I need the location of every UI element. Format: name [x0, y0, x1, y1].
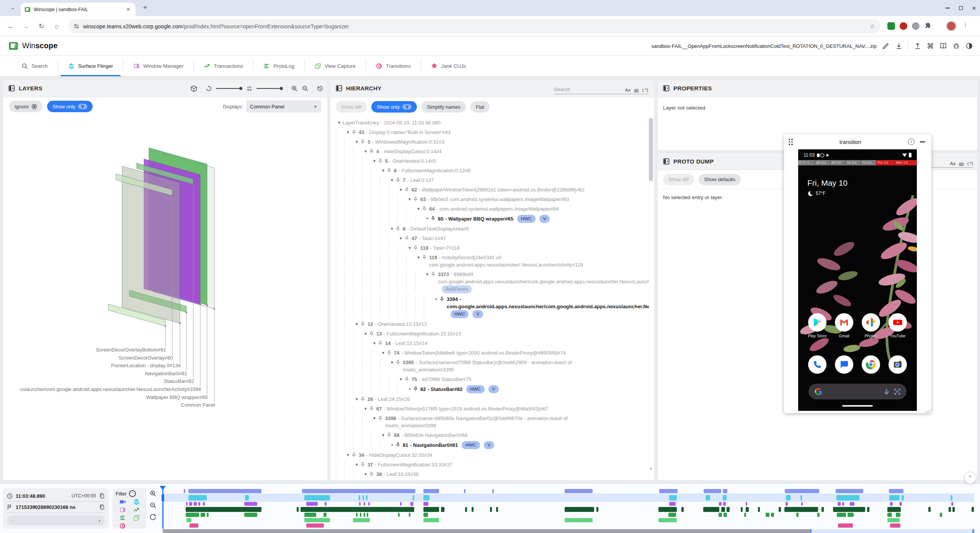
trace-segment-transactions[interactable] — [721, 507, 725, 512]
tree-row[interactable]: ▼132 - WindowToken{422a1ee type=2015 and… — [330, 479, 649, 479]
trace-segment-protolog[interactable] — [848, 513, 854, 517]
trace-segment-window-manager[interactable] — [723, 502, 726, 506]
trace-segment-surface-flinger[interactable] — [723, 495, 727, 500]
chevron-down-icon[interactable]: ▼ — [362, 471, 369, 478]
trace-segment-transitions[interactable] — [189, 523, 198, 528]
trace-segment-view-capture[interactable] — [565, 518, 593, 522]
collapse-panel-icon[interactable] — [8, 85, 15, 92]
trace-segment-surface-flinger[interactable] — [423, 495, 430, 500]
trace-segment-view-capture[interactable] — [353, 518, 370, 522]
timeline-cursor-head[interactable] — [160, 486, 166, 490]
bug-report-icon[interactable] — [952, 42, 960, 50]
chevron-down-icon[interactable]: ▼ — [353, 461, 360, 468]
chevron-down-icon[interactable]: ▼ — [397, 186, 404, 193]
tree-row[interactable]: ▼5 - OneHanded:0:14#5 — [330, 156, 649, 166]
trace-segment-transitions[interactable] — [838, 523, 853, 528]
chevron-down-icon[interactable]: ▼ — [380, 349, 387, 356]
chart-filter-icon[interactable] — [133, 507, 140, 513]
browser-menu-icon[interactable]: ⋮ — [962, 21, 969, 28]
trace-segment-screen-recording[interactable] — [723, 489, 727, 493]
trace-segment-window-manager[interactable] — [842, 502, 844, 506]
trace-segment-transactions[interactable] — [867, 507, 869, 512]
tree-row[interactable]: ▼4 - HideDisplayCutout:0:14#4 — [330, 147, 649, 156]
trace-segment-transactions[interactable] — [784, 507, 818, 512]
tree-row[interactable]: ▼63 - 8fb0ec5 com.android.systemui.wallp… — [330, 195, 649, 204]
trace-segment-window-manager[interactable] — [400, 502, 402, 506]
chevron-down-icon[interactable]: ▼ — [353, 320, 360, 328]
trace-segment-protolog[interactable] — [817, 513, 820, 517]
chevron-down-icon[interactable]: ▼ — [415, 254, 422, 261]
tab-jank-cujs[interactable]: Jank CUJs — [421, 56, 476, 76]
chevron-down-icon[interactable]: ▼ — [380, 432, 387, 439]
show-only-chip[interactable]: Show only V — [47, 101, 93, 112]
next-entry-button[interactable]: › — [98, 517, 100, 523]
trace-segment-transactions[interactable] — [727, 507, 730, 512]
dark-mode-icon[interactable] — [965, 42, 973, 50]
reset-view-icon[interactable] — [317, 85, 323, 92]
trace-segment-transactions[interactable] — [472, 507, 474, 512]
chevron-down-icon[interactable]: ▼ — [345, 451, 351, 459]
upload-icon[interactable] — [914, 42, 921, 50]
back-icon[interactable]: ← — [5, 21, 16, 32]
tree-row[interactable]: ▼3395 - Surface(name=ed70f88 StatusBar)/… — [330, 358, 649, 374]
trace-segment-protolog[interactable] — [201, 513, 205, 517]
tab-close-icon[interactable]: ✕ — [125, 6, 132, 13]
timeline-zoom-in-icon[interactable] — [149, 490, 157, 497]
trace-segment-window-manager[interactable] — [669, 502, 676, 506]
trace-segment-protolog[interactable] — [207, 513, 209, 517]
rotation-slider[interactable] — [216, 87, 242, 90]
window-filter-icon[interactable] — [119, 507, 126, 513]
trace-segment-transactions[interactable] — [658, 507, 677, 512]
trace-segment-window-manager[interactable] — [786, 502, 788, 506]
tree-row[interactable]: ▼7 - Leaf:0:1#7 — [330, 175, 649, 185]
trace-segment-transactions[interactable] — [441, 507, 444, 512]
tree-row[interactable]: ▼3396 - Surface(name=885b63e NavigationB… — [330, 414, 649, 430]
tree-row[interactable]: ▼47 - Task=1#47 — [330, 234, 649, 243]
3d-view-icon[interactable] — [190, 85, 198, 92]
timeline-range-scrollbar[interactable] — [163, 529, 974, 533]
trace-segment-surface-flinger[interactable] — [800, 495, 802, 500]
trace-segment-protolog[interactable] — [724, 513, 727, 517]
chevron-down-icon[interactable]: ▼ — [397, 235, 404, 242]
trace-segment-transactions[interactable] — [297, 507, 299, 512]
show-diff-chip[interactable]: Show diff — [336, 101, 367, 113]
scrollbar-down-arrow[interactable]: ▼ — [649, 467, 653, 471]
tree-row[interactable]: 81 - NavigationBar0#81HWCV — [330, 440, 649, 450]
trace-segment-surface-flinger[interactable] — [706, 495, 710, 500]
shortcuts-icon[interactable]: ⌘ — [927, 42, 934, 51]
trace-segment-surface-flinger[interactable] — [359, 495, 360, 500]
trace-segment-surface-flinger[interactable] — [836, 495, 859, 500]
drag-handle-icon[interactable] — [789, 139, 793, 145]
tree-row[interactable]: ▼62 - WallpaperWindowToken{28892d1 token… — [330, 185, 649, 195]
tab-transactions[interactable]: Transactions — [194, 56, 253, 76]
trace-segment-protolog[interactable] — [364, 513, 365, 517]
trace-segment-protolog[interactable] — [771, 513, 774, 517]
edit-icon[interactable] — [882, 42, 890, 50]
info-icon[interactable]: i — [908, 139, 915, 145]
chevron-down-icon[interactable]: ▼ — [362, 405, 369, 412]
zoom-out-icon[interactable] — [302, 85, 309, 92]
trace-segment-transactions[interactable] — [928, 507, 931, 512]
hierarchy-scrollbar[interactable]: ▼ — [649, 118, 653, 478]
extension-icon-red[interactable] — [900, 22, 907, 30]
trace-segment-view-capture[interactable] — [887, 518, 900, 522]
trace-segment-screen-recording[interactable] — [188, 489, 261, 493]
timeline-tracks[interactable] — [163, 486, 974, 529]
timeline-reset-zoom-icon[interactable] — [149, 513, 157, 521]
tree-row[interactable]: ▼6 - FullscreenMagnification:0:12#6 — [330, 166, 649, 175]
tree-row[interactable]: ▼75 - ed70f88 StatusBar#75 — [330, 374, 649, 384]
trace-segment-protolog[interactable] — [244, 513, 257, 517]
trace-segment-protolog[interactable] — [837, 513, 846, 517]
trace-segment-window-manager[interactable] — [368, 502, 370, 506]
trace-segment-protolog[interactable] — [796, 513, 799, 517]
trace-segment-screen-recording[interactable] — [704, 489, 721, 493]
displays-select[interactable]: Common Panel▼ — [246, 100, 321, 113]
chevron-down-icon[interactable]: ▼ — [389, 359, 395, 366]
chevron-down-icon[interactable]: ▼ — [345, 129, 351, 136]
chevron-down-icon[interactable]: ▼ — [406, 196, 413, 203]
trace-segment-surface-flinger[interactable] — [951, 495, 952, 500]
tab-surface-flinger[interactable]: Surface Flinger — [58, 56, 123, 76]
chevron-down-icon[interactable]: ▼ — [362, 148, 369, 155]
app-photos[interactable]: Photos — [862, 313, 880, 338]
trace-segment-window-manager[interactable] — [244, 502, 257, 506]
